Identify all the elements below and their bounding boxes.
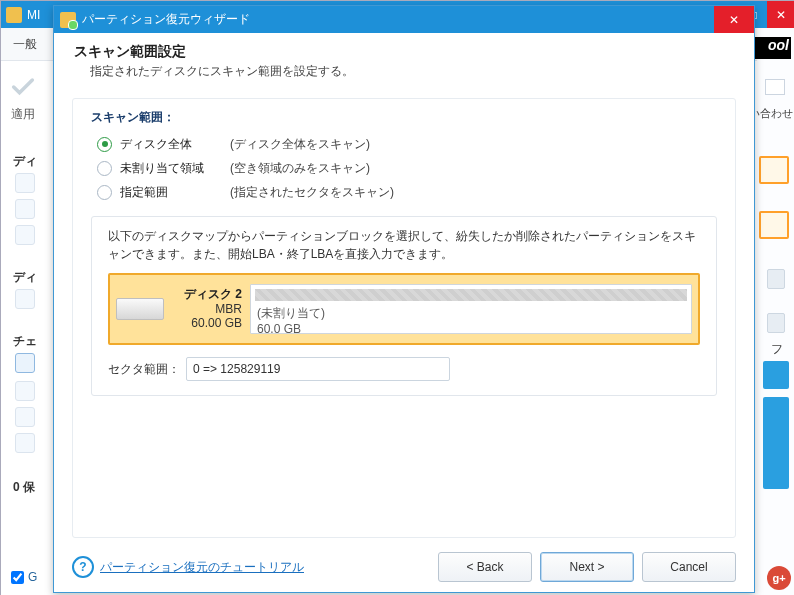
disk-scheme: MBR [172, 302, 242, 316]
right-blue-box-1[interactable] [763, 361, 789, 389]
sector-range-input[interactable]: 0 => 125829119 [186, 357, 450, 381]
partition-size: 60.0 GB [257, 322, 325, 336]
partition-bar [255, 289, 687, 301]
wizard-icon [60, 12, 76, 28]
bg-bottom-checkbox[interactable]: G [11, 570, 37, 584]
bg-tool-icon-6[interactable] [15, 407, 35, 427]
google-plus-icon[interactable]: g+ [767, 566, 791, 590]
apply-label[interactable]: 適用 [11, 106, 35, 123]
bg-tool-icon-3[interactable] [15, 225, 35, 245]
partition-block-unallocated[interactable]: (未割り当て) 60.0 GB [250, 284, 692, 334]
bg-section-4: 0 保 [13, 479, 35, 496]
option-unallocated[interactable]: 未割り当て領域 (空き領域のみをスキャン) [97, 156, 717, 180]
gpt-checkbox[interactable] [11, 571, 24, 584]
wizard-close-button[interactable]: ✕ [714, 6, 754, 33]
option-specified[interactable]: 指定範囲 (指定されたセクタをスキャン) [97, 180, 717, 204]
wizard-title-bar: パーティション復元ウィザード ✕ [54, 6, 754, 33]
bg-section-1: ディ [13, 153, 37, 170]
bg-tool-icon-1[interactable] [15, 173, 35, 193]
partition-text: (未割り当て) 60.0 GB [257, 305, 325, 336]
option-full-disk-label: ディスク全体 [120, 136, 230, 153]
brand-fragment: ool [749, 37, 791, 59]
cancel-button[interactable]: Cancel [642, 552, 736, 582]
right-disk-box-2[interactable] [759, 211, 789, 239]
disk-name: ディスク 2 [172, 287, 242, 301]
next-button[interactable]: Next > [540, 552, 634, 582]
sector-range-row: セクタ範囲： 0 => 125829119 [108, 357, 700, 381]
scan-range-group-label: スキャン範囲： [91, 109, 717, 126]
parent-title: MI [27, 8, 40, 22]
option-specified-desc: (指定されたセクタをスキャン) [230, 184, 394, 201]
contact-label[interactable]: い合わせ [749, 106, 793, 121]
option-full-disk[interactable]: ディスク全体 (ディスク全体をスキャン) [97, 132, 717, 156]
wrench-icon[interactable] [15, 353, 35, 373]
bg-section-2: ディ [13, 269, 37, 286]
wizard-footer: ? パーティション復元のチュートリアル < Back Next > Cancel [54, 542, 754, 592]
gpt-checkbox-label: G [28, 570, 37, 584]
wizard-heading: スキャン範囲設定 [74, 43, 734, 61]
back-button[interactable]: < Back [438, 552, 532, 582]
parent-close-button[interactable]: ✕ [767, 1, 794, 28]
right-blue-box-2[interactable] [763, 397, 789, 489]
bg-section-3: チェ [13, 333, 37, 350]
diskmap-description: 以下のディスクマップからパーティションブロックを選択して、紛失したか削除されたパ… [108, 227, 700, 263]
option-unallocated-desc: (空き領域のみをスキャン) [230, 160, 370, 177]
diskmap-panel: 以下のディスクマップからパーティションブロックを選択して、紛失したか削除されたパ… [91, 216, 717, 396]
bg-tool-icon-2[interactable] [15, 199, 35, 219]
tutorial-link[interactable]: パーティション復元のチュートリアル [100, 559, 304, 576]
help-link-row: ? パーティション復元のチュートリアル [72, 556, 304, 578]
disk-icon [116, 298, 164, 320]
radio-full-disk[interactable] [97, 137, 112, 152]
disk-meta: ディスク 2 MBR 60.00 GB [172, 287, 250, 330]
scroll-up-icon[interactable] [767, 269, 785, 289]
option-unallocated-label: 未割り当て領域 [120, 160, 230, 177]
wizard-subheading: 指定されたディスクにスキャン範囲を設定する。 [90, 63, 734, 80]
right-letter: フ [771, 341, 783, 358]
disk-size: 60.00 GB [172, 316, 242, 330]
sector-range-value: 0 => 125829119 [193, 362, 280, 376]
sector-range-label: セクタ範囲： [108, 361, 180, 378]
tab-general[interactable]: 一般 [13, 36, 37, 53]
wizard-body: スキャン範囲： ディスク全体 (ディスク全体をスキャン) 未割り当て領域 (空き… [72, 98, 736, 538]
mail-icon[interactable] [765, 79, 785, 95]
scroll-down-icon[interactable] [767, 313, 785, 333]
disk-map[interactable]: ディスク 2 MBR 60.00 GB (未割り当て) 60.0 GB [108, 273, 700, 345]
partition-label: (未割り当て) [257, 305, 325, 322]
option-full-disk-desc: (ディスク全体をスキャン) [230, 136, 370, 153]
wizard-title: パーティション復元ウィザード [82, 11, 250, 28]
radio-unallocated[interactable] [97, 161, 112, 176]
right-disk-box-1[interactable] [759, 156, 789, 184]
bg-tool-icon-5[interactable] [15, 381, 35, 401]
help-icon[interactable]: ? [72, 556, 94, 578]
bg-tool-icon-7[interactable] [15, 433, 35, 453]
bg-tool-icon-4[interactable] [15, 289, 35, 309]
option-specified-label: 指定範囲 [120, 184, 230, 201]
partition-recovery-wizard: パーティション復元ウィザード ✕ スキャン範囲設定 指定されたディスクにスキャン… [53, 5, 755, 593]
app-icon [6, 7, 22, 23]
wizard-header: スキャン範囲設定 指定されたディスクにスキャン範囲を設定する。 [54, 33, 754, 88]
radio-specified[interactable] [97, 185, 112, 200]
checkmark-icon [9, 73, 37, 101]
